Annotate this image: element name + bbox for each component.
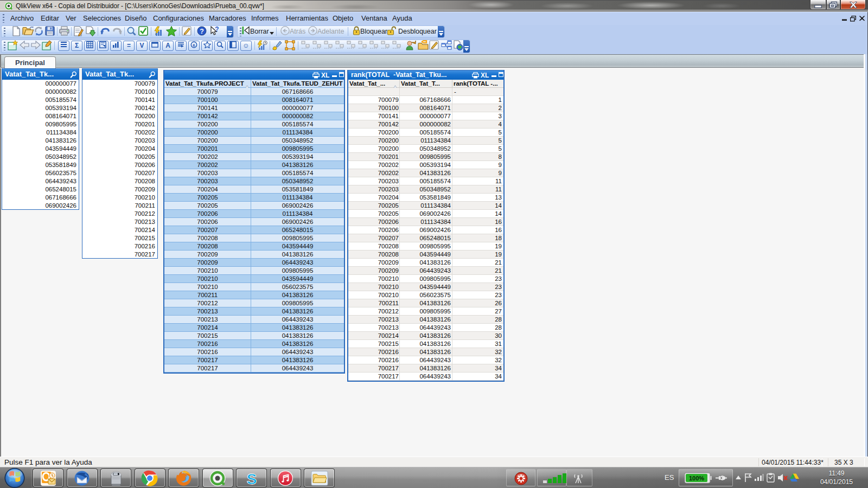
svg-text:100%: 100% bbox=[689, 475, 704, 481]
svg-text:?: ? bbox=[215, 26, 219, 33]
svg-text:S: S bbox=[246, 470, 257, 486]
svg-text:?: ? bbox=[200, 28, 204, 35]
svg-text:6: 6 bbox=[193, 43, 195, 48]
